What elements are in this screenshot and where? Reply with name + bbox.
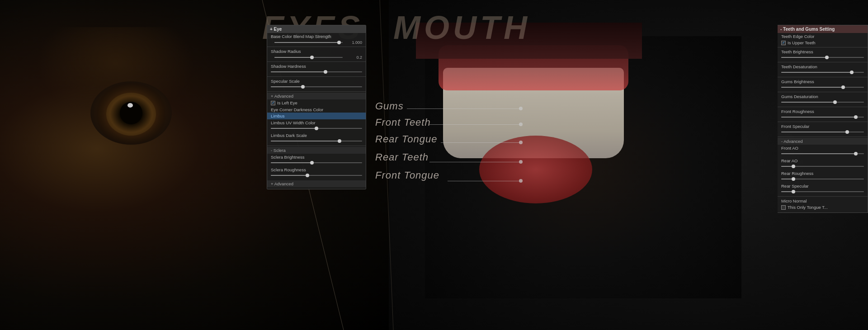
front-roughness-track (781, 117, 864, 118)
sclera-header[interactable]: - Sclera (267, 147, 366, 154)
base-color-slider-container[interactable] (271, 41, 346, 44)
shadow-hardness-slider-container[interactable] (267, 69, 366, 75)
front-ao-thumb[interactable] (854, 152, 858, 156)
advanced-header[interactable]: + Advanced (267, 93, 366, 99)
gums-brightness-thumb[interactable] (841, 85, 845, 89)
teeth-brightness-fill (781, 57, 827, 58)
front-specular-slider[interactable] (778, 129, 868, 136)
base-color-thumb[interactable] (337, 41, 341, 44)
base-color-fill (274, 42, 339, 43)
sclera-advanced-footer[interactable]: + Advanced (267, 180, 366, 187)
shadow-radius-slider-container[interactable] (271, 56, 346, 59)
divider-5 (267, 146, 366, 146)
is-upper-teeth-row[interactable]: ✓ Is Upper Teeth (778, 39, 868, 46)
specular-scale-label: Specular Scale (267, 78, 366, 84)
eye-section-header[interactable]: + Eye (267, 25, 366, 33)
limbus-dark-track (271, 141, 362, 141)
limbus-dark-fill (271, 141, 340, 141)
rear-ao-track (781, 166, 864, 167)
is-left-eye-label: Is Left Eye (277, 100, 297, 105)
rear-ao-label: Rear AO (778, 157, 868, 164)
eye-header-label: + Eye (270, 27, 282, 32)
rear-specular-thumb[interactable] (792, 190, 795, 193)
is-left-eye-checkbox[interactable]: ✓ (271, 101, 275, 105)
sclera-brightness-thumb[interactable] (310, 161, 314, 165)
divider-4 (267, 91, 366, 92)
teeth-panel-header[interactable]: - Teeth and Gums Setting (778, 25, 868, 33)
limbus-uv-thumb[interactable] (315, 127, 318, 130)
eye-corner-label: Eye Corner Darkness Color (267, 106, 366, 113)
rear-teeth-dot (519, 160, 523, 164)
rear-roughness-label: Rear Roughness (778, 170, 868, 176)
front-roughness-thumb[interactable] (854, 115, 858, 119)
limbus-dark-slider-container[interactable] (267, 138, 366, 145)
teeth-advanced-header[interactable]: - Advanced (778, 138, 868, 145)
teeth-desat-thumb[interactable] (850, 71, 854, 74)
teeth-divider-2 (778, 62, 868, 62)
shadow-radius-fill (274, 57, 312, 58)
rear-roughness-slider[interactable] (778, 176, 868, 183)
rear-tongue-dot (519, 141, 523, 144)
front-ao-slider[interactable] (778, 151, 868, 157)
eye-panel: + Eye Base Color Blend Map Strength 1.00… (267, 25, 366, 189)
gums-desat-track (781, 102, 864, 103)
is-upper-teeth-checkbox[interactable]: ✓ (781, 41, 786, 45)
limbus-dark-thumb[interactable] (338, 139, 341, 143)
base-color-value: 1.000 (346, 40, 362, 45)
specular-scale-track (271, 86, 362, 87)
limbus-dark-label: Limbus Dark Scale (267, 132, 366, 138)
front-tongue-line (448, 181, 520, 181)
sclera-roughness-track (271, 175, 362, 176)
rear-specular-slider[interactable] (778, 189, 868, 195)
shadow-radius-thumb[interactable] (310, 56, 314, 59)
gums-brightness-slider[interactable] (778, 85, 868, 91)
teeth-panel-header-label: - Teeth and Gums Setting (780, 27, 835, 32)
shadow-radius-track (274, 57, 343, 58)
divider-1 (267, 47, 366, 47)
specular-scale-slider-container[interactable] (267, 84, 366, 90)
rear-ao-thumb[interactable] (792, 165, 795, 168)
sclera-roughness-fill (271, 175, 307, 176)
limbus-uv-slider-container[interactable] (267, 126, 366, 132)
this-only-tongue-row[interactable]: This Only Tongue T... (778, 204, 868, 211)
shadow-hardness-thumb[interactable] (324, 70, 327, 74)
teeth-brightness-slider[interactable] (778, 55, 868, 61)
front-tongue-dot (519, 179, 523, 183)
front-ao-track (781, 153, 864, 154)
specular-scale-thumb[interactable] (301, 85, 305, 89)
teeth-divider-6 (778, 122, 868, 122)
shadow-radius-label: Shadow Radius (267, 48, 366, 54)
front-specular-fill (781, 132, 847, 132)
gums-desat-slider[interactable] (778, 99, 868, 106)
gums-desat-fill (781, 102, 835, 103)
front-specular-thumb[interactable] (845, 130, 849, 134)
rear-roughness-thumb[interactable] (792, 177, 795, 181)
rear-teeth-line (429, 162, 520, 162)
specular-scale-fill (271, 86, 303, 87)
rear-ao-slider[interactable] (778, 164, 868, 170)
front-roughness-slider[interactable] (778, 114, 868, 121)
gums-desat-thumb[interactable] (833, 100, 837, 104)
limbus-row[interactable]: Limbus (267, 113, 366, 119)
sclera-roughness-thumb[interactable] (306, 174, 309, 177)
teeth-desat-slider[interactable] (778, 70, 868, 76)
mouth-title: MOUTH (393, 9, 531, 46)
shadow-hardness-track (271, 71, 362, 72)
is-upper-teeth-label: Is Upper Teeth (788, 40, 816, 45)
is-left-eye-row[interactable]: ✓ Is Left Eye (267, 99, 366, 106)
gums-desat-label: Gums Desaturation (778, 93, 868, 99)
teeth-brightness-thumb[interactable] (825, 56, 829, 59)
sclera-roughness-label: Sclera Roughness (267, 166, 366, 173)
shadow-hardness-fill (271, 71, 326, 72)
teeth-brightness-label: Teeth Brightness (778, 48, 868, 55)
sclera-roughness-slider-container[interactable] (267, 173, 366, 179)
front-specular-label: Front Specular (778, 123, 868, 129)
limbus-uv-track (271, 128, 362, 129)
shadow-radius-value: 0.2 (346, 55, 362, 60)
rear-tongue-label: Rear Tongue (375, 133, 437, 145)
sclera-brightness-track (271, 162, 362, 163)
teeth-divider-3 (778, 77, 868, 77)
this-only-tongue-checkbox[interactable] (781, 205, 786, 210)
sclera-brightness-slider-container[interactable] (267, 160, 366, 166)
gums-dot (519, 107, 523, 110)
